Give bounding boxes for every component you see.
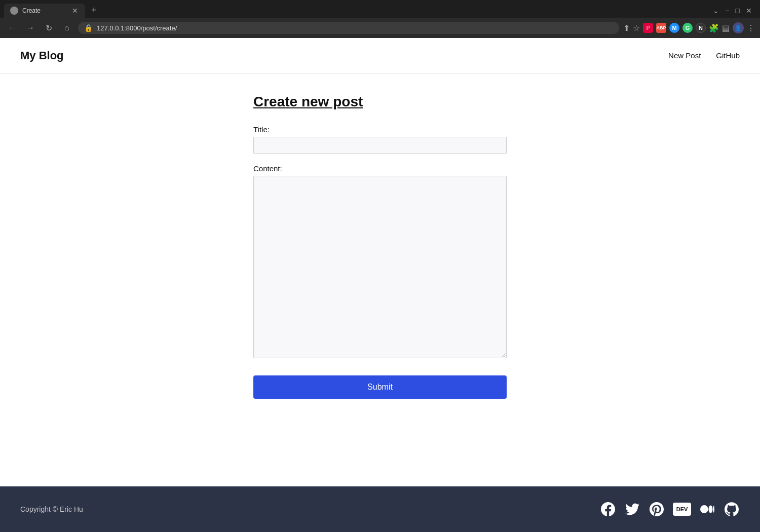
bookmark-icon[interactable]: ☆ xyxy=(633,23,640,33)
title-input[interactable] xyxy=(253,137,507,154)
abp-icon[interactable]: ABP xyxy=(656,23,666,33)
minimize-button[interactable]: − xyxy=(725,7,729,15)
content-field-group: Content: xyxy=(253,164,507,360)
twitter-icon[interactable] xyxy=(624,501,640,517)
nav-links: New Post GitHub xyxy=(668,51,740,60)
facebook-icon[interactable] xyxy=(600,501,616,517)
extensions-button[interactable]: 🧩 xyxy=(709,23,719,33)
sidebar-toggle[interactable]: ▤ xyxy=(722,23,730,33)
forward-button[interactable]: → xyxy=(23,21,37,35)
browser-tab-bar: Create ✕ + ⌄ − □ ✕ xyxy=(0,0,760,18)
main-content: Create new post Title: Content: Submit xyxy=(0,73,760,486)
home-button[interactable]: ⌂ xyxy=(60,21,74,35)
site-wrapper: My Blog New Post GitHub Create new post … xyxy=(0,38,760,532)
create-post-form: Title: Content: Submit xyxy=(253,125,507,399)
site-footer: Copyright © Eric Hu DEV xyxy=(0,486,760,532)
extension-dark-icon[interactable]: N xyxy=(696,23,706,33)
tab-favicon xyxy=(10,7,18,15)
window-controls: ⌄ − □ ✕ xyxy=(713,7,756,15)
menu-button[interactable]: ⋮ xyxy=(747,23,755,33)
title-label: Title: xyxy=(253,125,507,134)
maximize-button[interactable]: □ xyxy=(736,7,740,15)
address-text: 127.0.0.1:8000/post/create/ xyxy=(97,24,613,32)
extension-blue-icon[interactable]: M xyxy=(669,23,679,33)
pinterest-icon[interactable] xyxy=(649,501,665,517)
content-label: Content: xyxy=(253,164,507,173)
medium-icon[interactable] xyxy=(699,501,715,517)
browser-chrome: Create ✕ + ⌄ − □ ✕ ← → ↻ ⌂ 🔒 127.0.0.1:8… xyxy=(0,0,760,38)
social-links: DEV xyxy=(600,501,740,517)
create-form-container: Create new post Title: Content: Submit xyxy=(253,94,507,466)
svg-point-0 xyxy=(12,8,17,13)
copyright-text: Copyright © Eric Hu xyxy=(20,505,83,513)
page-heading: Create new post xyxy=(253,94,507,110)
tab-title: Create xyxy=(22,7,67,14)
extension-green-icon[interactable]: G xyxy=(682,23,693,33)
nav-link-new-post[interactable]: New Post xyxy=(668,51,701,60)
browser-toolbar: ← → ↻ ⌂ 🔒 127.0.0.1:8000/post/create/ ⬆ … xyxy=(0,18,760,38)
site-nav: My Blog New Post GitHub xyxy=(0,38,760,73)
share-icon[interactable]: ⬆ xyxy=(623,23,630,33)
tab-close-button[interactable]: ✕ xyxy=(71,7,79,15)
address-bar[interactable]: 🔒 127.0.0.1:8000/post/create/ xyxy=(78,22,619,34)
lock-icon: 🔒 xyxy=(84,24,93,32)
back-button[interactable]: ← xyxy=(5,21,19,35)
github-icon[interactable] xyxy=(724,501,740,517)
browser-tab-active[interactable]: Create ✕ xyxy=(4,4,85,18)
reload-button[interactable]: ↻ xyxy=(42,21,56,35)
profile-icon[interactable]: 👤 xyxy=(733,22,744,33)
title-field-group: Title: xyxy=(253,125,507,154)
dev-icon[interactable]: DEV xyxy=(673,503,691,516)
submit-button[interactable]: Submit xyxy=(253,375,507,399)
content-textarea[interactable] xyxy=(253,176,507,358)
new-tab-button[interactable]: + xyxy=(87,3,101,18)
chevron-down-icon: ⌄ xyxy=(713,7,719,15)
pocket-icon[interactable]: P xyxy=(643,23,653,33)
site-logo[interactable]: My Blog xyxy=(20,49,64,62)
close-window-button[interactable]: ✕ xyxy=(746,7,752,15)
browser-extensions: ⬆ ☆ P ABP M G N 🧩 ▤ 👤 ⋮ xyxy=(623,22,755,33)
nav-link-github[interactable]: GitHub xyxy=(716,51,740,60)
